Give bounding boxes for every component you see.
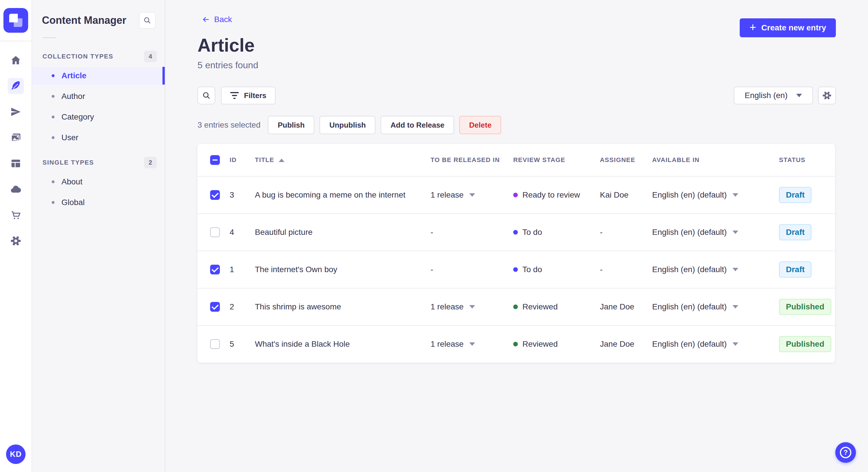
entry-id: 2 <box>229 302 255 311</box>
home-icon[interactable] <box>8 52 24 68</box>
assignee-cell: Jane Doe <box>600 339 652 349</box>
create-new-entry-button[interactable]: + Create new entry <box>740 19 836 37</box>
entry-title: This shrimp is awesome <box>255 302 431 311</box>
subnav-item-article[interactable]: Article <box>32 67 165 85</box>
table-row[interactable]: 1 The internet's Own boy - To do - Engli… <box>197 250 835 288</box>
main-content: Back Article 5 entries found + Create ne… <box>165 0 868 472</box>
collection-types-label: COLLECTION TYPES <box>42 53 113 60</box>
release-cell[interactable]: - <box>431 265 513 274</box>
subnav-divider <box>42 37 56 38</box>
status-badge: Published <box>779 336 831 352</box>
question-mark-icon: ? <box>840 447 851 458</box>
user-avatar[interactable]: KD <box>6 444 26 464</box>
select-all-checkbox[interactable] <box>210 155 220 165</box>
chevron-down-icon <box>733 305 738 308</box>
column-header-id[interactable]: ID <box>229 156 255 164</box>
chevron-down-icon <box>733 231 738 234</box>
available-in-cell[interactable]: English (en) (default) <box>652 228 779 237</box>
review-stage-cell: Reviewed <box>513 302 600 311</box>
single-types-count: 2 <box>144 157 157 168</box>
subnav-title: Content Manager <box>42 14 126 26</box>
selection-count-text: 3 entries selected <box>197 121 260 130</box>
subnav-item-label: About <box>61 177 82 187</box>
table-row[interactable]: 2 This shrimp is awesome 1 release Revie… <box>197 288 835 325</box>
release-cell[interactable]: 1 release <box>431 302 513 311</box>
subnav-item-label: User <box>61 133 79 142</box>
subnav-item-author[interactable]: Author <box>32 88 165 105</box>
available-in-cell[interactable]: English (en) (default) <box>652 302 779 311</box>
subnav-item-label: Category <box>61 112 94 122</box>
subnav-item-user[interactable]: User <box>32 129 165 146</box>
main-nav-rail: KD <box>0 0 32 472</box>
review-stage-cell: Reviewed <box>513 339 600 349</box>
entry-title: The internet's Own boy <box>255 265 431 274</box>
locale-select[interactable]: English (en) <box>734 87 813 104</box>
entry-title: Beautiful picture <box>255 228 431 237</box>
unpublish-button[interactable]: Unpublish <box>319 116 375 134</box>
table-row[interactable]: 3 A bug is becoming a meme on the intern… <box>197 176 835 213</box>
review-stage-cell: To do <box>513 265 600 274</box>
available-in-cell[interactable]: English (en) (default) <box>652 191 779 200</box>
stage-dot-icon <box>513 267 518 272</box>
marketplace-cart-icon[interactable] <box>8 207 24 223</box>
entry-id: 4 <box>229 228 255 237</box>
column-header-review-stage[interactable]: REVIEW STAGE <box>513 156 600 164</box>
single-types-label: SINGLE TYPES <box>42 159 94 166</box>
column-header-release[interactable]: TO BE RELEASED IN <box>431 156 513 164</box>
release-cell[interactable]: - <box>431 228 513 237</box>
table-row[interactable]: 4 Beautiful picture - To do - English (e… <box>197 213 835 250</box>
subnav-item-global[interactable]: Global <box>32 194 165 211</box>
row-checkbox[interactable] <box>210 339 220 349</box>
status-badge: Draft <box>779 224 811 240</box>
available-in-cell[interactable]: English (en) (default) <box>652 339 779 349</box>
bullet-icon <box>52 95 55 98</box>
deployments-cloud-icon[interactable] <box>8 181 24 197</box>
assignee-cell: - <box>600 265 652 274</box>
column-header-status[interactable]: STATUS <box>779 156 835 164</box>
settings-gear-icon[interactable] <box>8 233 24 249</box>
column-header-title[interactable]: TITLE <box>255 156 431 164</box>
table-header-row: ID TITLE TO BE RELEASED IN REVIEW STAGE … <box>197 144 835 176</box>
release-cell[interactable]: 1 release <box>431 339 513 349</box>
page-title: Article <box>197 35 836 56</box>
row-checkbox[interactable] <box>210 190 220 200</box>
table-row[interactable]: 5 What's inside a Black Hole 1 release R… <box>197 325 835 363</box>
filter-icon <box>230 92 239 99</box>
bullet-icon <box>52 180 55 183</box>
search-button[interactable] <box>197 87 215 104</box>
releases-icon[interactable] <box>8 104 24 120</box>
subnav-item-category[interactable]: Category <box>32 108 165 126</box>
subnav-item-about[interactable]: About <box>32 173 165 191</box>
strapi-logo[interactable] <box>3 8 28 33</box>
content-manager-icon[interactable] <box>8 78 24 94</box>
view-settings-button[interactable] <box>818 87 836 104</box>
add-to-release-button[interactable]: Add to Release <box>381 116 454 134</box>
help-button[interactable]: ? <box>835 442 856 463</box>
delete-button[interactable]: Delete <box>459 116 501 134</box>
entry-id: 5 <box>229 339 255 349</box>
stage-dot-icon <box>513 342 518 346</box>
chevron-down-icon <box>796 94 802 97</box>
status-badge: Published <box>779 299 831 315</box>
filters-label: Filters <box>244 91 267 100</box>
assignee-cell: - <box>600 228 652 237</box>
chevron-down-icon <box>733 342 738 346</box>
release-cell[interactable]: 1 release <box>431 191 513 200</box>
row-checkbox[interactable] <box>210 265 220 274</box>
media-library-icon[interactable] <box>8 130 24 146</box>
row-checkbox[interactable] <box>210 227 220 237</box>
available-in-cell[interactable]: English (en) (default) <box>652 265 779 274</box>
bullet-icon <box>52 201 55 204</box>
content-type-builder-icon[interactable] <box>8 156 24 171</box>
back-link[interactable]: Back <box>202 15 232 24</box>
publish-button[interactable]: Publish <box>268 116 314 134</box>
column-header-available-in[interactable]: AVAILABLE IN <box>652 156 779 164</box>
entries-count: 5 entries found <box>197 60 836 71</box>
arrow-left-icon <box>202 15 210 24</box>
chevron-down-icon <box>733 193 738 197</box>
subnav-search-button[interactable] <box>139 12 156 29</box>
back-label: Back <box>214 15 232 24</box>
row-checkbox[interactable] <box>210 302 220 312</box>
column-header-assignee[interactable]: ASSIGNEE <box>600 156 652 164</box>
filters-button[interactable]: Filters <box>221 87 276 104</box>
